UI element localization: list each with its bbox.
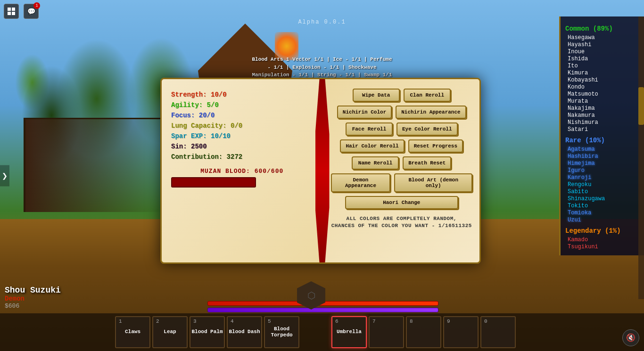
hotbar-slot-3[interactable]: 3 Blood Palm [190, 316, 225, 348]
hotbar-slot-4[interactable]: 4 Blood Dash [227, 316, 262, 348]
clan-inoue[interactable]: Inoue [568, 49, 639, 55]
eye-color-reroll-button[interactable]: Eye Color Reroll [396, 122, 458, 136]
hotbar: 1 Claws 2 Leap 3 Blood Palm 4 Blood Dash… [0, 313, 644, 351]
skills-line1: Blood Arts 1 Vector 1/1 | Ice - 1/1 | Pe… [252, 56, 392, 64]
version-label: Alpha 0.0.1 [298, 19, 346, 25]
clan-matsumoto[interactable]: Matsumoto [568, 91, 639, 98]
clan-ito[interactable]: Ito [568, 63, 639, 69]
slot-num-0: 0 [484, 318, 487, 324]
chat-badge: 1 [33, 2, 40, 9]
slot-num-4: 4 [231, 318, 234, 324]
hotbar-slot-7[interactable]: 7 [369, 316, 404, 348]
stat-contribution: Contribution: 3272 [171, 153, 313, 161]
clan-tokito[interactable]: Tokito [568, 203, 639, 209]
clan-satari[interactable]: Satari [568, 126, 639, 133]
stat-focus: Focus: 20/0 [171, 112, 313, 119]
clan-hasegawa[interactable]: Hasegawa [568, 34, 639, 41]
nichirin-color-button[interactable]: Nichirin Color [337, 106, 392, 119]
svg-rect-3 [12, 12, 15, 15]
face-reroll-button[interactable]: Face Reroll [346, 122, 393, 136]
clan-common-header: Common (89%) [565, 25, 639, 33]
slot-num-1: 1 [119, 318, 122, 324]
slot-label-6: Umbrella [337, 329, 362, 335]
blood-art-demon-button[interactable]: Blood Art (demon only) [394, 173, 472, 192]
svg-rect-2 [8, 12, 11, 15]
clan-kamado[interactable]: Kamado [568, 237, 639, 243]
clan-nakajima[interactable]: Nakajima [568, 105, 639, 112]
slot-num-9: 9 [447, 318, 450, 324]
haori-change-button[interactable]: Haori Change [345, 196, 458, 209]
hair-color-reroll-button[interactable]: Hair Color Reroll [340, 139, 404, 153]
btn-row-5: Name Reroll Breath Reset [331, 156, 473, 170]
clan-reroll-button[interactable]: Clan Reroll [404, 89, 451, 102]
clan-nishimura[interactable]: Nishimura [568, 119, 639, 126]
clan-iguro[interactable]: Iguro [568, 167, 639, 174]
clan-panel: Common (89%) Hasegawa Hayashi Inoue Ishi… [559, 16, 644, 255]
breath-reset-button[interactable]: Breath Reset [403, 156, 451, 170]
chat-button[interactable]: 💬 1 [24, 4, 39, 19]
clan-rare-header: Rare (10%) [565, 137, 639, 144]
clan-scroll-thumb[interactable] [638, 87, 644, 125]
btn-row-1: Wipe Data Clan Reroll [331, 89, 473, 102]
book-container: Strength: 10/0 Agility: 5/0 Focus: 20/0 … [160, 78, 481, 264]
clan-kondo[interactable]: Kondo [568, 84, 639, 90]
clan-agatsuma[interactable]: Agatsuma [568, 146, 639, 153]
clan-ishida[interactable]: Ishida [568, 56, 639, 62]
name-reroll-button[interactable]: Name Reroll [352, 156, 399, 170]
clan-tomioka[interactable]: Tomioka [568, 210, 639, 216]
slot-label-3: Blood Palm [191, 329, 223, 335]
book-right-page: Wipe Data Clan Reroll Nichirin Color Nic… [324, 79, 480, 262]
clan-sabito[interactable]: Sabito [568, 188, 639, 195]
clan-kimura[interactable]: Kimura [568, 70, 639, 76]
hotbar-slot-0[interactable]: 0 [480, 316, 516, 348]
clan-himejima[interactable]: Himejima [568, 160, 639, 167]
muzan-blood-label: Muzan Blood: 600/600 [171, 168, 313, 175]
clan-scrollbar[interactable] [638, 16, 644, 299]
slot-label-1: Claws [125, 329, 140, 335]
skills-bar: Blood Arts 1 Vector 1/1 | Ice - 1/1 | Pe… [252, 56, 392, 79]
svg-rect-0 [8, 8, 11, 11]
btn-row-6: Demon Appearance Blood Art (demon only) [331, 173, 473, 192]
hotbar-slot-2[interactable]: 2 Leap [152, 316, 188, 348]
clan-shinazugawa[interactable]: Shinazugawa [568, 196, 639, 202]
clan-rengoku[interactable]: Rengoku [568, 181, 639, 188]
clan-kobayashi[interactable]: Kobayashi [568, 77, 639, 83]
clan-kanroji[interactable]: Kanroji [568, 174, 639, 181]
slot-num-7: 7 [372, 318, 376, 324]
book-ribbon [315, 79, 330, 262]
hotbar-slot-5[interactable]: 5 Blood Torpedo [264, 316, 299, 348]
hotbar-slot-6[interactable]: 6 Umbrella [331, 316, 367, 348]
hotbar-slot-8[interactable]: 8 [406, 316, 441, 348]
slot-num-3: 3 [193, 318, 197, 324]
slot-label-5: Blood Torpedo [265, 326, 298, 338]
sound-toggle-button[interactable]: 🔇 [622, 329, 639, 346]
player-class: Demon [5, 295, 61, 302]
clan-uzui[interactable]: Uzui [568, 217, 639, 223]
random-text-line2: chances of the color you want - 1/165113… [331, 222, 473, 229]
hotbar-slot-9[interactable]: 9 [443, 316, 479, 348]
roblox-menu-button[interactable] [4, 4, 19, 19]
nichirin-appearance-button[interactable]: Nichirin Appearance [396, 106, 466, 119]
stat-lung: Lung Capacity: 0/0 [171, 122, 313, 130]
wipe-data-button[interactable]: Wipe Data [353, 89, 400, 102]
hotbar-slot-1[interactable]: 1 Claws [115, 316, 150, 348]
slot-num-6: 6 [335, 318, 339, 324]
sound-off-icon: 🔇 [626, 333, 636, 343]
slot-num-2: 2 [156, 318, 159, 324]
stat-strength: Strength: 10/0 [171, 91, 313, 98]
slot-num-5: 5 [268, 318, 271, 324]
slot-label-4: Blood Dash [229, 329, 260, 335]
random-colors-text: All colors are completely random, chance… [331, 215, 473, 230]
svg-rect-1 [12, 8, 15, 11]
clan-hashibira[interactable]: Hashibira [568, 153, 639, 160]
clan-tsugikuni[interactable]: Tsugikuni [568, 244, 639, 250]
clan-nakamura[interactable]: Nakamura [568, 112, 639, 119]
clan-murata[interactable]: Murata [568, 98, 639, 105]
slot-label-2: Leap [164, 329, 176, 335]
btn-row-2: Nichirin Color Nichirin Appearance [331, 106, 473, 119]
demon-appearance-button[interactable]: Demon Appearance [331, 173, 391, 192]
clan-hayashi[interactable]: Hayashi [568, 41, 639, 48]
reset-progress-button[interactable]: Reset Progress [408, 139, 463, 153]
left-arrow-button[interactable]: ❯ [0, 165, 9, 186]
player-name: Shou Suzuki [5, 286, 61, 295]
